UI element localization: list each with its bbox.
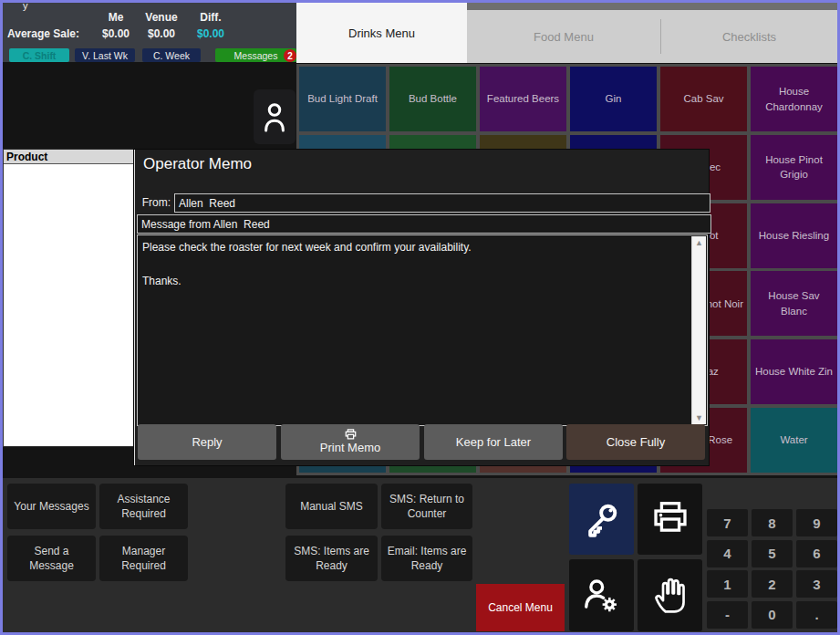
tab-checklists[interactable]: Checklists (661, 10, 837, 63)
menu-item-label: Gin (606, 91, 622, 107)
user-settings-button[interactable] (569, 559, 634, 631)
menu-item-label: Water (780, 432, 807, 448)
key-button[interactable] (569, 484, 634, 555)
stat-tab-c-shift[interactable]: C. Shift (9, 48, 69, 62)
numpad-key-6[interactable]: 6 (796, 540, 837, 567)
memo-body-field[interactable]: Please check the roaster for next week a… (137, 234, 708, 426)
sms-return-counter-button[interactable]: SMS: Return to Counter (381, 484, 472, 529)
numpad-key-2[interactable]: 2 (752, 570, 793, 598)
dialog-title: Operator Memo (143, 155, 252, 173)
operator-button[interactable] (254, 89, 296, 144)
print-button[interactable] (638, 484, 702, 555)
menu-item-label: House Riesling (759, 228, 829, 244)
numpad-key-0[interactable]: 0 (752, 601, 793, 629)
menu-item-label: Featured Beers (487, 91, 559, 107)
from-label: From: (140, 196, 171, 209)
menu-item-label: Bud Light Draft (307, 91, 378, 107)
manual-sms-button[interactable]: Manual SMS (285, 484, 378, 529)
stats-col-venue: Venue (138, 11, 185, 24)
menu-item-button[interactable]: Cab Sav (660, 67, 747, 131)
numpad-key-5[interactable]: 5 (752, 540, 793, 567)
close-fully-button[interactable]: Close Fully (566, 424, 705, 460)
operator-memo-dialog: Operator Memo From: Allen Reed Message f… (134, 150, 709, 465)
scroll-up-icon[interactable]: ▲ (692, 236, 706, 249)
dialog-scrollbar[interactable]: ▲ ▼ (691, 236, 706, 424)
cancel-menu-button[interactable]: Cancel Menu (476, 584, 565, 631)
numpad: 789456123-0. (707, 509, 837, 629)
numpad-key-9[interactable]: 9 (796, 509, 837, 536)
average-sale-me: $0.00 (92, 27, 140, 40)
reply-button[interactable]: Reply (138, 424, 276, 460)
menu-item-button[interactable]: House Chardonnay (751, 67, 837, 131)
print-memo-icon (344, 429, 358, 441)
numpad-key-7[interactable]: 7 (707, 509, 748, 536)
keep-for-later-label: Keep for Later (456, 435, 531, 450)
messages-count-badge: 2 (284, 49, 296, 62)
printer-icon (649, 498, 691, 540)
average-sale-label: Average Sale: (7, 27, 79, 40)
menu-item-button[interactable]: Featured Beers (480, 67, 566, 131)
stats-col-diff: Diff. (187, 11, 234, 24)
menu-item-button[interactable]: Gin (570, 67, 657, 131)
menu-item-button[interactable]: Bud Bottle (389, 67, 476, 131)
menu-item-button[interactable]: Water (751, 408, 837, 473)
menu-item-button[interactable]: House Riesling (751, 203, 837, 268)
reply-label: Reply (192, 435, 222, 450)
sms-items-ready-button[interactable]: SMS: Items are Ready (285, 536, 378, 581)
clipped-text-fragment: y (23, 0, 28, 11)
product-column-header[interactable]: Product (4, 150, 135, 164)
send-a-message-button[interactable]: Send a Message (7, 536, 96, 581)
numpad-key-dot[interactable]: . (796, 601, 837, 629)
stats-col-me: Me (92, 11, 140, 24)
menu-item-label: House White Zin (755, 364, 833, 380)
menu-item-label: Cab Sav (683, 91, 723, 107)
numpad-key-4[interactable]: 4 (707, 540, 748, 567)
hand-icon (648, 574, 692, 618)
menu-item-button[interactable]: House Pinot Grigio (751, 135, 837, 200)
from-field[interactable]: Allen Reed (174, 193, 710, 213)
numpad-key-8[interactable]: 8 (752, 509, 793, 536)
pos-app-window: y Me Venue Diff. Average Sale: $0.00 $0.… (0, 0, 840, 635)
order-product-panel: Product (3, 149, 136, 447)
print-memo-label: Print Memo (320, 441, 380, 455)
email-items-ready-button[interactable]: Email: Items are Ready (381, 536, 472, 581)
stat-tab-v-last-wk[interactable]: V. Last Wk (75, 48, 135, 62)
menu-tab-bar: Drinks Menu Food Menu Checklists (296, 3, 837, 63)
average-sale-diff: $0.00 (187, 27, 234, 40)
menu-item-button[interactable]: House Sav Blanc (751, 271, 837, 336)
menu-item-button[interactable]: House White Zin (751, 339, 837, 404)
average-sale-venue: $0.00 (138, 27, 185, 40)
numpad-key-3[interactable]: 3 (796, 570, 837, 598)
numpad-key-1[interactable]: 1 (707, 570, 748, 598)
your-messages-button[interactable]: Your Messages (7, 484, 96, 529)
stat-tab-c-week[interactable]: C. Week (142, 48, 201, 62)
person-icon (261, 99, 288, 134)
key-icon (582, 499, 622, 539)
close-fully-label: Close Fully (607, 435, 665, 450)
stop-hand-button[interactable] (638, 559, 702, 631)
menu-item-label: House Pinot Grigio (754, 152, 834, 182)
manager-required-button[interactable]: Manager Required (99, 536, 188, 581)
menu-item-label: House Chardonnay (754, 84, 834, 114)
subject-field[interactable]: Message from Allen Reed (137, 214, 711, 234)
memo-body-text: Please check the roaster for next week a… (142, 239, 689, 290)
stats-panel: y Me Venue Diff. Average Sale: $0.00 $0.… (3, 3, 296, 62)
tab-food-menu[interactable]: Food Menu (467, 10, 660, 63)
user-gear-icon (581, 575, 623, 617)
scroll-down-icon[interactable]: ▼ (692, 411, 706, 424)
tab-drinks-menu[interactable]: Drinks Menu (296, 3, 467, 63)
tab-bar-top-strip (467, 3, 837, 10)
keep-for-later-button[interactable]: Keep for Later (424, 424, 563, 460)
menu-item-button[interactable]: Bud Light Draft (299, 67, 386, 131)
numpad-key-minus[interactable]: - (707, 601, 748, 629)
menu-item-label: House Sav Blanc (754, 288, 834, 318)
menu-item-label: Bud Bottle (409, 91, 457, 107)
print-memo-button[interactable]: Print Memo (281, 424, 420, 460)
assistance-required-button[interactable]: Assistance Required (99, 484, 188, 529)
